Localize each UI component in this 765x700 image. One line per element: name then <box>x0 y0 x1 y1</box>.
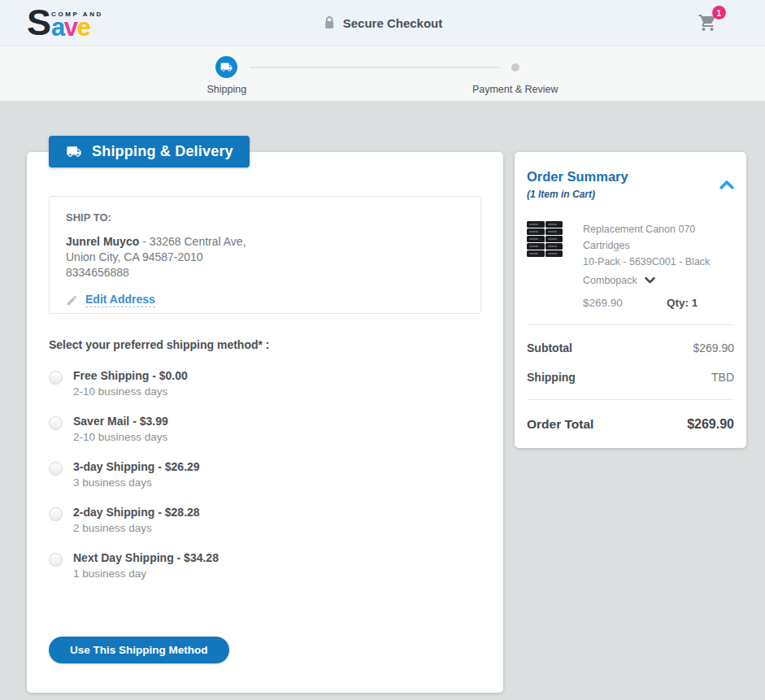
step-payment-label: Payment & Review <box>472 84 559 95</box>
method-eta: 2-10 business days <box>73 384 188 399</box>
method-label: Free Shipping - $0.00 <box>73 368 188 384</box>
step-shipping[interactable]: Shipping <box>207 56 247 95</box>
summary-divider <box>527 324 734 325</box>
shipping-method-option-next-day[interactable]: Next Day Shipping - $34.28 1 business da… <box>49 550 481 581</box>
shipping-method-prompt: Select your preferred shipping method* : <box>49 338 481 351</box>
secure-checkout-title: Secure Checkout <box>323 15 443 30</box>
stepper-connector <box>250 67 500 68</box>
logo-letter-a: a <box>51 19 64 37</box>
radio-button[interactable] <box>49 416 63 430</box>
shipping-value: TBD <box>711 371 734 384</box>
order-summary-header: Order Summary (1 Item in Cart) <box>527 169 734 200</box>
logo-right: COMP AND a v e <box>51 11 103 37</box>
product-title-line1: Replacement Canon 070 Cartridges <box>583 221 734 254</box>
address-line-2: Union City, CA 94587-2010 <box>66 250 464 265</box>
method-eta: 3 business days <box>73 475 200 490</box>
logo-letter-v: v <box>64 19 77 37</box>
order-total-row: Order Total $269.90 <box>527 417 734 432</box>
pencil-icon <box>66 294 78 307</box>
logo-letter-s: S <box>27 8 50 37</box>
method-text: Next Day Shipping - $34.28 1 business da… <box>73 550 219 581</box>
street-address: - 33268 Central Ave, <box>139 235 246 248</box>
shipping-method-option-free[interactable]: Free Shipping - $0.00 2-10 business days <box>49 368 481 399</box>
method-text: Free Shipping - $0.00 2-10 business days <box>73 368 188 399</box>
checkout-header: S COMP AND a v e Secure Checkout 1 <box>0 0 765 46</box>
phone-number: 8334656888 <box>66 265 464 280</box>
method-label: Next Day Shipping - $34.28 <box>73 550 219 566</box>
compandsave-logo[interactable]: S COMP AND a v e <box>27 8 103 37</box>
shipping-method-option-2day[interactable]: 2-day Shipping - $28.28 2 business days <box>49 505 481 536</box>
step-payment-review[interactable]: Payment & Review <box>472 56 559 95</box>
radio-button[interactable] <box>49 462 63 476</box>
edit-address-label: Edit Address <box>85 293 155 307</box>
item-price: $269.90 <box>583 297 667 309</box>
method-text: 3-day Shipping - $26.29 3 business days <box>73 459 200 490</box>
shipping-method-option-3day[interactable]: 3-day Shipping - $26.29 3 business days <box>49 459 481 490</box>
truck-icon <box>220 61 233 73</box>
subtotal-label: Subtotal <box>527 341 572 354</box>
cart-item: Replacement Canon 070 Cartridges 10-Pack… <box>527 221 734 309</box>
step-shipping-label: Shipping <box>207 84 247 95</box>
shipping-label: Shipping <box>527 371 576 384</box>
edit-address-link[interactable]: Edit Address <box>66 293 155 307</box>
panel-title: Shipping & Delivery <box>92 143 233 160</box>
chevron-up-icon[interactable] <box>719 179 734 190</box>
method-text: Saver Mail - $3.99 2-10 business days <box>73 414 168 445</box>
method-label: 3-day Shipping - $26.29 <box>73 459 200 475</box>
subtotal-row: Subtotal $269.90 <box>527 341 734 354</box>
shipping-method-list: Free Shipping - $0.00 2-10 business days… <box>49 368 481 581</box>
shipping-method-option-saver-mail[interactable]: Saver Mail - $3.99 2-10 business days <box>49 414 481 445</box>
payment-step-dot <box>511 63 519 72</box>
ship-to-label: SHIP TO: <box>66 211 464 224</box>
use-shipping-method-button[interactable]: Use This Shipping Method <box>49 637 229 663</box>
method-eta: 2 business days <box>73 520 200 536</box>
truck-icon <box>65 144 83 159</box>
method-text: 2-day Shipping - $28.28 2 business days <box>73 505 200 536</box>
address-line-1: Junrel Muyco - 33268 Central Ave, <box>66 234 464 250</box>
radio-button[interactable] <box>49 371 63 385</box>
subtotal-value: $269.90 <box>693 341 734 354</box>
variant-label: Combopack <box>583 275 637 286</box>
logo-letter-e: e <box>77 19 90 37</box>
cart-count-subtitle: (1 Item in Cart) <box>527 189 628 200</box>
shipping-delivery-panel: Shipping & Delivery SHIP TO: Junrel Muyc… <box>27 152 503 693</box>
order-summary-titles: Order Summary (1 Item in Cart) <box>527 169 628 200</box>
product-info: Replacement Canon 070 Cartridges 10-Pack… <box>583 221 734 309</box>
shipping-row: Shipping TBD <box>527 371 734 384</box>
secure-checkout-label: Secure Checkout <box>343 16 443 30</box>
cart-count-badge: 1 <box>712 6 726 20</box>
checkout-content: Shipping & Delivery SHIP TO: Junrel Muyc… <box>27 152 746 693</box>
price-qty-row: $269.90 Qty: 1 <box>583 297 734 309</box>
method-label: Saver Mail - $3.99 <box>73 414 168 429</box>
lock-icon <box>323 15 336 30</box>
chevron-down-icon <box>645 276 655 285</box>
logo-ave: a v e <box>51 19 103 37</box>
method-eta: 1 business day <box>73 566 219 581</box>
shipping-step-circle <box>215 56 237 78</box>
item-quantity: Qty: 1 <box>667 297 698 309</box>
order-summary-panel: Order Summary (1 Item in Cart) Replaceme… <box>515 152 746 448</box>
stepper: Shipping Payment & Review <box>207 46 559 95</box>
checkout-progress-bar: Shipping Payment & Review <box>0 46 765 101</box>
summary-divider <box>527 399 734 400</box>
product-title-line2: 10-Pack - 5639C001 - Black <box>583 254 734 270</box>
shipping-delivery-banner: Shipping & Delivery <box>49 136 250 167</box>
method-eta: 2-10 business days <box>73 429 168 445</box>
ship-to-box: SHIP TO: Junrel Muyco - 33268 Central Av… <box>49 196 481 314</box>
variant-dropdown[interactable]: Combopack <box>583 275 655 286</box>
method-label: 2-day Shipping - $28.28 <box>73 505 200 520</box>
product-thumbnail <box>527 221 563 309</box>
cart-button[interactable]: 1 <box>698 13 718 36</box>
recipient-name: Junrel Muyco <box>66 235 139 248</box>
order-summary-title: Order Summary <box>527 169 628 185</box>
radio-button[interactable] <box>49 553 63 567</box>
radio-button[interactable] <box>49 507 63 521</box>
order-total-label: Order Total <box>527 417 593 432</box>
order-total-value: $269.90 <box>687 417 734 432</box>
